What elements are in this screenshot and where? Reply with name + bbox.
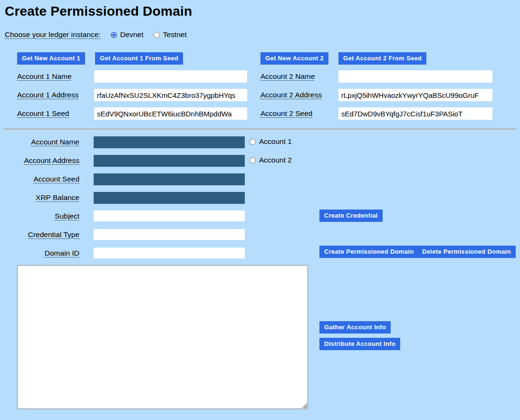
page-title: Create Permissioned Domain: [5, 4, 192, 19]
account-1-address-label: Account 1 Address: [17, 91, 78, 99]
account-1-seed-label: Account 1 Seed: [17, 109, 69, 118]
account-1-name-input[interactable]: [94, 70, 247, 83]
gather-account-info-button[interactable]: Gather Account Info: [319, 321, 391, 334]
account-2-name-input[interactable]: [338, 70, 492, 83]
account-2-seed-label: Account 2 Seed: [260, 109, 312, 118]
select-account-1-option[interactable]: Account 1: [250, 137, 292, 146]
account-2-name-label: Account 2 Name: [260, 72, 315, 81]
get-account-2-from-seed-button[interactable]: Get Account 2 From Seed: [338, 52, 426, 65]
ledger-instance-label: Choose your ledger instance:: [5, 30, 101, 39]
account-address-label: Account Address: [5, 156, 79, 165]
account-2-address-label: Account 2 Address: [260, 91, 322, 99]
ledger-instance-selector: Choose your ledger instance: Devnet Test…: [5, 30, 187, 39]
domain-id-input[interactable]: [94, 248, 245, 258]
create-permissioned-domain-button[interactable]: Create Permissioned Domain: [319, 246, 418, 258]
select-account-1-label: Account 1: [259, 137, 292, 146]
testnet-option[interactable]: Testnet: [154, 30, 187, 39]
get-new-account-1-button[interactable]: Get New Account 1: [17, 52, 85, 65]
xrp-balance-label: XRP Balance: [5, 193, 79, 202]
account-2-address-input[interactable]: [338, 89, 492, 101]
account-seed-field[interactable]: [94, 173, 245, 185]
select-account-2-option[interactable]: Account 2: [250, 156, 292, 164]
get-account-1-from-seed-button[interactable]: Get Account 1 From Seed: [95, 52, 183, 65]
account-address-field[interactable]: [94, 155, 245, 167]
create-permissioned-domain-page: Create Permissioned Domain Choose your l…: [0, 0, 520, 420]
account-1-name-label: Account 1 Name: [17, 72, 72, 81]
get-new-account-2-button[interactable]: Get New Account 2: [260, 52, 328, 65]
distribute-account-info-button[interactable]: Distribute Account Info: [319, 338, 400, 350]
account-1-seed-input[interactable]: [94, 107, 247, 120]
devnet-label: Devnet: [120, 30, 144, 39]
devnet-radio[interactable]: [111, 32, 117, 38]
testnet-label: Testnet: [163, 30, 187, 39]
section-divider: [4, 129, 516, 130]
xrp-balance-field[interactable]: [94, 192, 245, 204]
subject-label: Subject: [5, 212, 79, 220]
select-account-2-label: Account 2: [259, 156, 292, 164]
account-name-label: Account Name: [5, 138, 79, 146]
account-2-seed-input[interactable]: [338, 107, 492, 120]
account-seed-label: Account Seed: [5, 175, 79, 183]
delete-permissioned-domain-button[interactable]: Delete Permissioned Domain: [417, 246, 516, 258]
subject-input[interactable]: [94, 210, 245, 221]
account-name-field[interactable]: [94, 136, 245, 148]
testnet-radio[interactable]: [154, 32, 160, 38]
domain-id-label: Domain ID: [5, 249, 79, 258]
devnet-option[interactable]: Devnet: [111, 30, 144, 39]
select-account-2-radio[interactable]: [250, 157, 256, 163]
credential-type-label: Credential Type: [5, 230, 79, 239]
create-credential-button[interactable]: Create Credential: [319, 210, 383, 222]
select-account-1-radio[interactable]: [250, 139, 256, 145]
credential-type-input[interactable]: [94, 229, 245, 240]
account-1-address-input[interactable]: [94, 89, 247, 101]
results-textarea[interactable]: [17, 265, 308, 409]
